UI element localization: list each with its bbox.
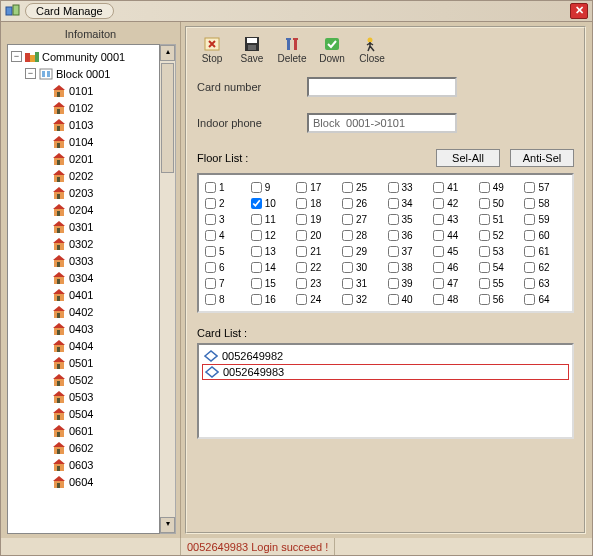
tree-view[interactable]: −Community 0001−Block 000101010102010301… <box>7 44 160 534</box>
floor-checkbox-49[interactable] <box>479 182 490 193</box>
floor-checkbox-15[interactable] <box>251 278 262 289</box>
floor-checkbox-45[interactable] <box>433 246 444 257</box>
tree-room[interactable]: 0201 <box>11 150 159 167</box>
tree-room[interactable]: 0103 <box>11 116 159 133</box>
tree-room[interactable]: 0102 <box>11 99 159 116</box>
floor-checkbox-54[interactable] <box>479 262 490 273</box>
floor-checkbox-38[interactable] <box>388 262 399 273</box>
floor-checkbox-29[interactable] <box>342 246 353 257</box>
save-button[interactable]: Save <box>235 34 269 65</box>
floor-checkbox-7[interactable] <box>205 278 216 289</box>
expander-icon[interactable]: − <box>25 68 36 79</box>
tree-room[interactable]: 0302 <box>11 235 159 252</box>
floor-checkbox-11[interactable] <box>251 214 262 225</box>
floor-checkbox-47[interactable] <box>433 278 444 289</box>
floor-checkbox-51[interactable] <box>479 214 490 225</box>
floor-checkbox-40[interactable] <box>388 294 399 305</box>
floor-checkbox-63[interactable] <box>524 278 535 289</box>
scroll-thumb[interactable] <box>161 63 174 173</box>
floor-checkbox-4[interactable] <box>205 230 216 241</box>
floor-checkbox-28[interactable] <box>342 230 353 241</box>
tree-room[interactable]: 0404 <box>11 337 159 354</box>
floor-checkbox-16[interactable] <box>251 294 262 305</box>
floor-checkbox-8[interactable] <box>205 294 216 305</box>
floor-checkbox-53[interactable] <box>479 246 490 257</box>
floor-checkbox-30[interactable] <box>342 262 353 273</box>
floor-checkbox-1[interactable] <box>205 182 216 193</box>
tree-room[interactable]: 0401 <box>11 286 159 303</box>
tree-room[interactable]: 0502 <box>11 371 159 388</box>
tree-room[interactable]: 0402 <box>11 303 159 320</box>
tree-room[interactable]: 0501 <box>11 354 159 371</box>
floor-checkbox-35[interactable] <box>388 214 399 225</box>
floor-checkbox-58[interactable] <box>524 198 535 209</box>
floor-checkbox-52[interactable] <box>479 230 490 241</box>
anti-sel-button[interactable]: Anti-Sel <box>510 149 574 167</box>
tree-room[interactable]: 0204 <box>11 201 159 218</box>
tree-room[interactable]: 0203 <box>11 184 159 201</box>
tree-room[interactable]: 0604 <box>11 473 159 490</box>
floor-checkbox-64[interactable] <box>524 294 535 305</box>
sel-all-button[interactable]: Sel-All <box>436 149 500 167</box>
delete-button[interactable]: Delete <box>275 34 309 65</box>
floor-checkbox-17[interactable] <box>296 182 307 193</box>
scroll-down-button[interactable]: ▾ <box>160 517 175 533</box>
floor-checkbox-24[interactable] <box>296 294 307 305</box>
floor-checkbox-56[interactable] <box>479 294 490 305</box>
scrollbar[interactable]: ▴ ▾ <box>160 44 176 534</box>
floor-checkbox-5[interactable] <box>205 246 216 257</box>
floor-checkbox-44[interactable] <box>433 230 444 241</box>
stop-button[interactable]: Stop <box>195 34 229 65</box>
tree-room[interactable]: 0104 <box>11 133 159 150</box>
tree-root[interactable]: −Community 0001 <box>11 48 159 65</box>
tree-room[interactable]: 0303 <box>11 252 159 269</box>
floor-checkbox-2[interactable] <box>205 198 216 209</box>
card-number-input[interactable] <box>307 77 457 97</box>
floor-checkbox-43[interactable] <box>433 214 444 225</box>
floor-checkbox-14[interactable] <box>251 262 262 273</box>
floor-checkbox-59[interactable] <box>524 214 535 225</box>
tree-room[interactable]: 0602 <box>11 439 159 456</box>
tree-room[interactable]: 0601 <box>11 422 159 439</box>
expander-icon[interactable]: − <box>11 51 22 62</box>
floor-checkbox-22[interactable] <box>296 262 307 273</box>
floor-checkbox-50[interactable] <box>479 198 490 209</box>
floor-checkbox-3[interactable] <box>205 214 216 225</box>
close-button[interactable]: ✕ <box>570 3 588 19</box>
floor-checkbox-55[interactable] <box>479 278 490 289</box>
floor-checkbox-39[interactable] <box>388 278 399 289</box>
floor-checkbox-33[interactable] <box>388 182 399 193</box>
floor-checkbox-57[interactable] <box>524 182 535 193</box>
floor-checkbox-34[interactable] <box>388 198 399 209</box>
floor-checkbox-48[interactable] <box>433 294 444 305</box>
tree-room[interactable]: 0403 <box>11 320 159 337</box>
floor-checkbox-36[interactable] <box>388 230 399 241</box>
floor-checkbox-20[interactable] <box>296 230 307 241</box>
floor-checkbox-62[interactable] <box>524 262 535 273</box>
floor-checkbox-46[interactable] <box>433 262 444 273</box>
floor-checkbox-12[interactable] <box>251 230 262 241</box>
floor-checkbox-18[interactable] <box>296 198 307 209</box>
floor-checkbox-23[interactable] <box>296 278 307 289</box>
floor-checkbox-27[interactable] <box>342 214 353 225</box>
floor-checkbox-32[interactable] <box>342 294 353 305</box>
tree-room[interactable]: 0603 <box>11 456 159 473</box>
scroll-up-button[interactable]: ▴ <box>160 45 175 61</box>
floor-checkbox-60[interactable] <box>524 230 535 241</box>
tree-room[interactable]: 0304 <box>11 269 159 286</box>
tree-room[interactable]: 0301 <box>11 218 159 235</box>
card-item[interactable]: 0052649983 <box>202 364 569 380</box>
floor-checkbox-26[interactable] <box>342 198 353 209</box>
card-item[interactable]: 0052649982 <box>202 348 569 364</box>
tree-room[interactable]: 0202 <box>11 167 159 184</box>
floor-checkbox-61[interactable] <box>524 246 535 257</box>
floor-checkbox-19[interactable] <box>296 214 307 225</box>
down-button[interactable]: Down <box>315 34 349 65</box>
floor-checkbox-9[interactable] <box>251 182 262 193</box>
tree-room[interactable]: 0503 <box>11 388 159 405</box>
card-list[interactable]: 00526499820052649983 <box>197 343 574 439</box>
floor-checkbox-37[interactable] <box>388 246 399 257</box>
floor-checkbox-41[interactable] <box>433 182 444 193</box>
tree-room[interactable]: 0101 <box>11 82 159 99</box>
floor-checkbox-31[interactable] <box>342 278 353 289</box>
